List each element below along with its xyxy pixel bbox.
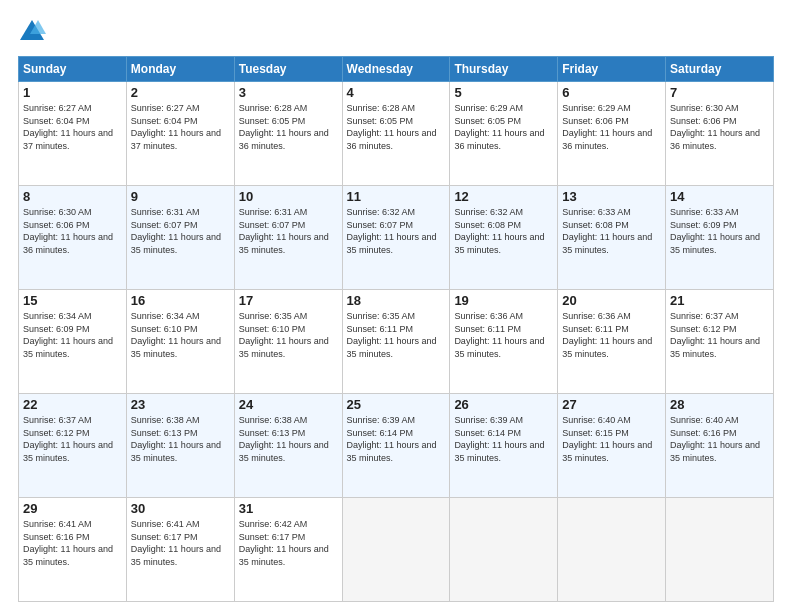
day-number: 29 — [23, 501, 122, 516]
day-number: 22 — [23, 397, 122, 412]
day-number: 1 — [23, 85, 122, 100]
day-info: Sunrise: 6:34 AMSunset: 6:10 PMDaylight:… — [131, 311, 221, 359]
calendar-cell: 20Sunrise: 6:36 AMSunset: 6:11 PMDayligh… — [558, 290, 666, 394]
day-number: 17 — [239, 293, 338, 308]
day-info: Sunrise: 6:40 AMSunset: 6:15 PMDaylight:… — [562, 415, 652, 463]
calendar-cell: 23Sunrise: 6:38 AMSunset: 6:13 PMDayligh… — [126, 394, 234, 498]
day-number: 12 — [454, 189, 553, 204]
day-info: Sunrise: 6:28 AMSunset: 6:05 PMDaylight:… — [347, 103, 437, 151]
calendar-cell — [342, 498, 450, 602]
calendar-table: SundayMondayTuesdayWednesdayThursdayFrid… — [18, 56, 774, 602]
weekday-header: Friday — [558, 57, 666, 82]
calendar-cell: 8Sunrise: 6:30 AMSunset: 6:06 PMDaylight… — [19, 186, 127, 290]
calendar-cell: 12Sunrise: 6:32 AMSunset: 6:08 PMDayligh… — [450, 186, 558, 290]
calendar-cell: 25Sunrise: 6:39 AMSunset: 6:14 PMDayligh… — [342, 394, 450, 498]
day-number: 8 — [23, 189, 122, 204]
day-info: Sunrise: 6:38 AMSunset: 6:13 PMDaylight:… — [239, 415, 329, 463]
calendar-week-row: 8Sunrise: 6:30 AMSunset: 6:06 PMDaylight… — [19, 186, 774, 290]
day-info: Sunrise: 6:29 AMSunset: 6:05 PMDaylight:… — [454, 103, 544, 151]
day-info: Sunrise: 6:35 AMSunset: 6:10 PMDaylight:… — [239, 311, 329, 359]
calendar-cell — [558, 498, 666, 602]
day-number: 23 — [131, 397, 230, 412]
day-number: 27 — [562, 397, 661, 412]
calendar-cell: 2Sunrise: 6:27 AMSunset: 6:04 PMDaylight… — [126, 82, 234, 186]
calendar-cell: 17Sunrise: 6:35 AMSunset: 6:10 PMDayligh… — [234, 290, 342, 394]
day-info: Sunrise: 6:32 AMSunset: 6:07 PMDaylight:… — [347, 207, 437, 255]
calendar-cell: 6Sunrise: 6:29 AMSunset: 6:06 PMDaylight… — [558, 82, 666, 186]
day-number: 20 — [562, 293, 661, 308]
day-info: Sunrise: 6:33 AMSunset: 6:08 PMDaylight:… — [562, 207, 652, 255]
calendar-cell: 24Sunrise: 6:38 AMSunset: 6:13 PMDayligh… — [234, 394, 342, 498]
weekday-header: Saturday — [666, 57, 774, 82]
calendar-cell: 16Sunrise: 6:34 AMSunset: 6:10 PMDayligh… — [126, 290, 234, 394]
day-info: Sunrise: 6:38 AMSunset: 6:13 PMDaylight:… — [131, 415, 221, 463]
day-info: Sunrise: 6:40 AMSunset: 6:16 PMDaylight:… — [670, 415, 760, 463]
day-info: Sunrise: 6:39 AMSunset: 6:14 PMDaylight:… — [347, 415, 437, 463]
day-info: Sunrise: 6:32 AMSunset: 6:08 PMDaylight:… — [454, 207, 544, 255]
day-info: Sunrise: 6:36 AMSunset: 6:11 PMDaylight:… — [454, 311, 544, 359]
calendar-cell: 22Sunrise: 6:37 AMSunset: 6:12 PMDayligh… — [19, 394, 127, 498]
calendar-cell — [450, 498, 558, 602]
day-info: Sunrise: 6:29 AMSunset: 6:06 PMDaylight:… — [562, 103, 652, 151]
day-number: 15 — [23, 293, 122, 308]
day-number: 6 — [562, 85, 661, 100]
day-number: 16 — [131, 293, 230, 308]
logo-icon — [18, 18, 46, 46]
day-info: Sunrise: 6:27 AMSunset: 6:04 PMDaylight:… — [131, 103, 221, 151]
calendar-cell: 27Sunrise: 6:40 AMSunset: 6:15 PMDayligh… — [558, 394, 666, 498]
day-info: Sunrise: 6:41 AMSunset: 6:17 PMDaylight:… — [131, 519, 221, 567]
calendar-week-row: 22Sunrise: 6:37 AMSunset: 6:12 PMDayligh… — [19, 394, 774, 498]
day-info: Sunrise: 6:35 AMSunset: 6:11 PMDaylight:… — [347, 311, 437, 359]
day-number: 4 — [347, 85, 446, 100]
weekday-header: Tuesday — [234, 57, 342, 82]
calendar-cell: 19Sunrise: 6:36 AMSunset: 6:11 PMDayligh… — [450, 290, 558, 394]
calendar-week-row: 1Sunrise: 6:27 AMSunset: 6:04 PMDaylight… — [19, 82, 774, 186]
calendar-cell: 28Sunrise: 6:40 AMSunset: 6:16 PMDayligh… — [666, 394, 774, 498]
calendar-cell — [666, 498, 774, 602]
day-number: 30 — [131, 501, 230, 516]
calendar-week-row: 29Sunrise: 6:41 AMSunset: 6:16 PMDayligh… — [19, 498, 774, 602]
calendar-cell: 5Sunrise: 6:29 AMSunset: 6:05 PMDaylight… — [450, 82, 558, 186]
day-number: 25 — [347, 397, 446, 412]
day-info: Sunrise: 6:31 AMSunset: 6:07 PMDaylight:… — [239, 207, 329, 255]
weekday-header: Monday — [126, 57, 234, 82]
logo — [18, 18, 50, 46]
calendar-cell: 4Sunrise: 6:28 AMSunset: 6:05 PMDaylight… — [342, 82, 450, 186]
day-info: Sunrise: 6:31 AMSunset: 6:07 PMDaylight:… — [131, 207, 221, 255]
day-number: 5 — [454, 85, 553, 100]
day-info: Sunrise: 6:39 AMSunset: 6:14 PMDaylight:… — [454, 415, 544, 463]
calendar-week-row: 15Sunrise: 6:34 AMSunset: 6:09 PMDayligh… — [19, 290, 774, 394]
weekday-header-row: SundayMondayTuesdayWednesdayThursdayFrid… — [19, 57, 774, 82]
calendar-cell: 10Sunrise: 6:31 AMSunset: 6:07 PMDayligh… — [234, 186, 342, 290]
day-number: 21 — [670, 293, 769, 308]
calendar-cell: 9Sunrise: 6:31 AMSunset: 6:07 PMDaylight… — [126, 186, 234, 290]
calendar-cell: 11Sunrise: 6:32 AMSunset: 6:07 PMDayligh… — [342, 186, 450, 290]
day-info: Sunrise: 6:41 AMSunset: 6:16 PMDaylight:… — [23, 519, 113, 567]
weekday-header: Wednesday — [342, 57, 450, 82]
calendar-cell: 31Sunrise: 6:42 AMSunset: 6:17 PMDayligh… — [234, 498, 342, 602]
day-info: Sunrise: 6:30 AMSunset: 6:06 PMDaylight:… — [670, 103, 760, 151]
calendar-cell: 21Sunrise: 6:37 AMSunset: 6:12 PMDayligh… — [666, 290, 774, 394]
day-number: 10 — [239, 189, 338, 204]
day-number: 7 — [670, 85, 769, 100]
calendar-cell: 3Sunrise: 6:28 AMSunset: 6:05 PMDaylight… — [234, 82, 342, 186]
day-number: 14 — [670, 189, 769, 204]
weekday-header: Thursday — [450, 57, 558, 82]
calendar-cell: 7Sunrise: 6:30 AMSunset: 6:06 PMDaylight… — [666, 82, 774, 186]
day-number: 31 — [239, 501, 338, 516]
calendar-cell: 1Sunrise: 6:27 AMSunset: 6:04 PMDaylight… — [19, 82, 127, 186]
day-number: 28 — [670, 397, 769, 412]
day-number: 2 — [131, 85, 230, 100]
day-info: Sunrise: 6:27 AMSunset: 6:04 PMDaylight:… — [23, 103, 113, 151]
day-info: Sunrise: 6:36 AMSunset: 6:11 PMDaylight:… — [562, 311, 652, 359]
calendar-cell: 15Sunrise: 6:34 AMSunset: 6:09 PMDayligh… — [19, 290, 127, 394]
day-number: 9 — [131, 189, 230, 204]
header — [18, 18, 774, 46]
calendar-cell: 29Sunrise: 6:41 AMSunset: 6:16 PMDayligh… — [19, 498, 127, 602]
day-info: Sunrise: 6:28 AMSunset: 6:05 PMDaylight:… — [239, 103, 329, 151]
calendar-cell: 13Sunrise: 6:33 AMSunset: 6:08 PMDayligh… — [558, 186, 666, 290]
day-info: Sunrise: 6:37 AMSunset: 6:12 PMDaylight:… — [670, 311, 760, 359]
calendar-cell: 14Sunrise: 6:33 AMSunset: 6:09 PMDayligh… — [666, 186, 774, 290]
calendar-cell: 30Sunrise: 6:41 AMSunset: 6:17 PMDayligh… — [126, 498, 234, 602]
day-number: 19 — [454, 293, 553, 308]
